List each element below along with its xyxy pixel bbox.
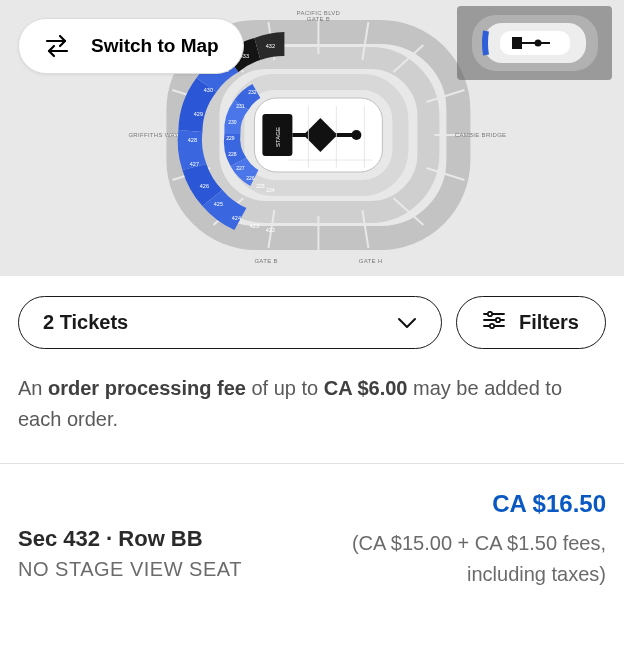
mini-map[interactable] (457, 6, 612, 80)
svg-text:432: 432 (266, 43, 275, 49)
svg-text:423: 423 (250, 223, 259, 229)
price-main: CA $16.50 (346, 490, 606, 518)
fee-notice: An order processing fee of up to CA $6.0… (0, 363, 624, 464)
chevron-down-icon (397, 311, 417, 334)
svg-text:225: 225 (256, 183, 265, 189)
gate-label-br: GATE H (359, 258, 383, 264)
ticket-quantity-label: 2 Tickets (43, 311, 128, 334)
ticket-quantity-select[interactable]: 2 Tickets (18, 296, 442, 349)
gate-label-top: PACIFIC BLVDGATE B (297, 10, 341, 22)
svg-text:226: 226 (246, 175, 255, 181)
listing-price-info: CA $16.50 (CA $15.00 + CA $1.50 fees, in… (346, 490, 606, 590)
sliders-icon (483, 311, 505, 334)
svg-text:430: 430 (204, 87, 213, 93)
svg-text:231: 231 (236, 103, 245, 109)
svg-point-60 (490, 324, 494, 328)
gate-label-bl: GATE B (254, 258, 277, 264)
swap-arrows-icon (43, 33, 71, 59)
filters-label: Filters (519, 311, 579, 334)
svg-point-50 (351, 130, 361, 140)
svg-text:224: 224 (266, 187, 275, 193)
svg-rect-3 (512, 37, 522, 49)
filters-button[interactable]: Filters (456, 296, 606, 349)
svg-text:422: 422 (266, 227, 275, 233)
controls-row: 2 Tickets Filters (0, 276, 624, 363)
switch-to-map-button[interactable]: Switch to Map (18, 18, 244, 74)
svg-point-58 (496, 318, 500, 322)
svg-text:227: 227 (236, 165, 245, 171)
svg-text:428: 428 (188, 137, 197, 143)
seat-note: NO STAGE VIEW SEAT (18, 558, 242, 581)
gate-label-left: GRIFFITHS WAY (128, 132, 178, 138)
stage-label: STAGE (275, 127, 281, 147)
svg-point-56 (488, 312, 492, 316)
svg-text:232: 232 (248, 89, 257, 95)
switch-label: Switch to Map (91, 35, 219, 57)
listing-seat-info: Sec 432 · Row BB NO STAGE VIEW SEAT (18, 490, 242, 581)
map-area: Switch to Map PACIFIC BLVDGATE B GRIFFIT… (0, 0, 624, 276)
svg-text:229: 229 (226, 135, 235, 141)
ticket-listing-row[interactable]: Sec 432 · Row BB NO STAGE VIEW SEAT CA $… (0, 464, 624, 610)
svg-text:424: 424 (232, 215, 241, 221)
gate-label-right: CAMBIE BRIDGE (455, 132, 507, 138)
svg-text:426: 426 (200, 183, 209, 189)
svg-text:230: 230 (228, 119, 237, 125)
svg-text:429: 429 (194, 111, 203, 117)
svg-text:427: 427 (190, 161, 199, 167)
price-detail: (CA $15.00 + CA $1.50 fees, including ta… (346, 528, 606, 590)
svg-text:228: 228 (228, 151, 237, 157)
seat-location: Sec 432 · Row BB (18, 526, 242, 552)
svg-text:425: 425 (214, 201, 223, 207)
